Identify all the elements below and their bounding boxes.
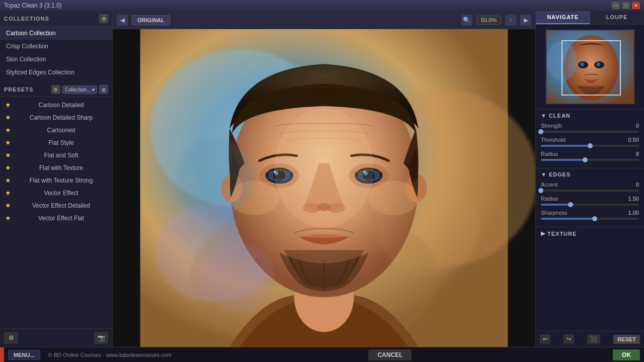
settings-button[interactable]: ⚙: [4, 332, 18, 344]
original-badge: ORIGINAL: [132, 15, 170, 25]
preset-star-vector-effect-detailed[interactable]: ★: [5, 202, 11, 209]
svg-point-36: [580, 62, 584, 66]
preset-item-vector-effect[interactable]: ★Vector Effect: [0, 187, 112, 199]
edges-section-title[interactable]: ▼ EDGES: [541, 171, 639, 177]
preset-item-flat-and-soft[interactable]: ★Flat and Soft: [0, 149, 112, 161]
accent-slider-row: Accent 0: [541, 182, 639, 192]
preset-name-flat-with-texture-strong: Flat with Texture Strong: [15, 177, 107, 184]
maximize-button[interactable]: □: [622, 2, 630, 9]
camera-button[interactable]: 📷: [94, 332, 108, 344]
redo-button[interactable]: ↪: [564, 334, 574, 344]
sharpness-slider[interactable]: [541, 218, 639, 220]
preset-item-cartoon-detailed-sharp[interactable]: ★Cartoon Detailed Sharp: [0, 111, 112, 124]
svg-point-37: [596, 62, 600, 66]
texture-section-title[interactable]: ▶ TEXTURE: [541, 230, 639, 237]
preset-item-flat-style[interactable]: ★Flat Style: [0, 136, 112, 149]
strength-slider-row: Strength 0: [541, 123, 639, 133]
strength-slider[interactable]: [541, 131, 639, 133]
prev-arrow[interactable]: ◀: [117, 15, 128, 26]
section-edges: ▼ EDGES Accent 0 Radius 1.50: [536, 168, 644, 227]
minimize-button[interactable]: —: [612, 2, 620, 9]
preset-item-cartooned[interactable]: ★Cartooned: [0, 124, 112, 136]
grid-view-button[interactable]: ⊞: [99, 85, 108, 94]
preview-button[interactable]: ⬛: [587, 334, 600, 344]
bottom-bar: MENU... © BD Online Courses - www.bdonli…: [0, 347, 644, 362]
preset-star-cartoon-detailed[interactable]: ★: [5, 101, 11, 109]
preset-item-vector-effect-flat[interactable]: ★Vector Effect Flat: [0, 212, 112, 224]
preset-name-flat-and-soft: Flat and Soft: [15, 152, 107, 159]
preset-star-flat-style[interactable]: ★: [5, 139, 11, 146]
close-button[interactable]: ✕: [632, 2, 640, 9]
collection-item-skin[interactable]: Skin Collection: [0, 53, 112, 66]
left-panel: COLLECTIONS ⚙ Cartoon CollectionCrisp Co…: [0, 11, 113, 347]
svg-point-29: [175, 138, 255, 218]
right-footer: ↩ ↪ ⬛ RESET: [536, 331, 644, 347]
preset-item-flat-with-texture[interactable]: ★Flat with Texture: [0, 161, 112, 174]
threshold-value: 0.50: [628, 137, 639, 143]
next-arrow[interactable]: ▶: [520, 15, 531, 26]
preset-name-cartoon-detailed-sharp: Cartoon Detailed Sharp: [15, 114, 107, 121]
preset-star-flat-and-soft[interactable]: ★: [5, 151, 11, 159]
clean-section-title[interactable]: ▼ CLEAN: [541, 113, 639, 119]
clean-radius-value: 8: [636, 151, 639, 157]
cancel-button[interactable]: CANCEL: [368, 349, 412, 360]
presets-header: PRESETS ⚙ Collection... ▾ ⊞: [0, 83, 112, 97]
collection-item-crisp[interactable]: Crisp Collection: [0, 40, 112, 53]
preset-name-cartoon-detailed: Cartoon Detailed: [15, 102, 107, 109]
preset-item-flat-with-texture-strong[interactable]: ★Flat with Texture Strong: [0, 174, 112, 187]
strength-label: Strength: [541, 123, 562, 129]
strength-value: 0: [636, 123, 639, 129]
edges-radius-slider-row: Radius 1.50: [541, 196, 639, 206]
menu-button[interactable]: MENU...: [8, 350, 40, 360]
sharpness-label: Sharpness: [541, 210, 568, 216]
threshold-slider[interactable]: [541, 145, 639, 147]
dropdown-arrow-icon: ▾: [92, 87, 95, 93]
svg-point-30: [379, 178, 478, 278]
collection-item-stylized[interactable]: Stylized Edges Collection: [0, 66, 112, 79]
preset-star-cartooned[interactable]: ★: [5, 126, 11, 134]
ok-button[interactable]: OK: [613, 349, 640, 360]
preset-name-flat-style: Flat Style: [15, 139, 107, 146]
zoom-fit-button[interactable]: 🔍: [461, 15, 472, 26]
red-tag: [0, 347, 4, 363]
preset-star-vector-effect-flat[interactable]: ★: [5, 214, 11, 222]
svg-point-31: [205, 243, 274, 312]
zoom-pointer-button[interactable]: ↕: [505, 15, 516, 26]
clean-radius-label: Radius: [541, 151, 558, 157]
collections-settings-button[interactable]: ⚙: [99, 14, 108, 23]
navigate-tab[interactable]: NAVIGATE: [536, 11, 590, 24]
presets-list: ★Cartoon Detailed★Cartoon Detailed Sharp…: [0, 97, 112, 328]
preset-item-cartoon-detailed[interactable]: ★Cartoon Detailed: [0, 99, 112, 111]
left-footer: ⚙ 📷: [0, 328, 112, 347]
edges-label: EDGES: [549, 171, 571, 177]
collection-item-cartoon[interactable]: Cartoon Collection: [0, 27, 112, 40]
loupe-tab[interactable]: LOUPE: [590, 11, 645, 24]
toolbar: ◀ ORIGINAL 🔍 50.0% ↕ ▶: [113, 11, 535, 29]
preset-name-vector-effect: Vector Effect: [15, 190, 107, 197]
preset-star-flat-with-texture-strong[interactable]: ★: [5, 176, 11, 184]
threshold-slider-row: Threshold 0.50: [541, 137, 639, 147]
undo-button[interactable]: ↩: [540, 334, 550, 344]
accent-slider[interactable]: [541, 190, 639, 192]
preset-star-cartoon-detailed-sharp[interactable]: ★: [5, 114, 11, 121]
texture-label: TEXTURE: [547, 231, 577, 237]
bottom-credit: © BD Online Courses - www.bdonlinecourse…: [48, 352, 172, 358]
preset-star-flat-with-texture[interactable]: ★: [5, 164, 11, 171]
reset-button[interactable]: RESET: [613, 335, 640, 344]
titlebar: Topaz Clean 3 (3.1.0) — □ ✕: [0, 0, 644, 11]
app-title: Topaz Clean 3 (3.1.0): [4, 2, 62, 9]
preset-star-vector-effect[interactable]: ★: [5, 189, 11, 197]
preset-name-vector-effect-detailed: Vector Effect Detailed: [15, 202, 107, 209]
presets-settings-button[interactable]: ⚙: [51, 85, 60, 94]
edges-radius-label: Radius: [541, 196, 558, 202]
clean-radius-slider[interactable]: [541, 159, 639, 161]
dropdown-label: Collection...: [65, 87, 91, 93]
svg-point-28: [274, 109, 374, 228]
center-panel: ◀ ORIGINAL 🔍 50.0% ↕ ▶: [113, 11, 535, 347]
main-area: COLLECTIONS ⚙ Cartoon CollectionCrisp Co…: [0, 11, 644, 347]
window-controls: — □ ✕: [612, 2, 640, 9]
preset-item-vector-effect-detailed[interactable]: ★Vector Effect Detailed: [0, 199, 112, 212]
collection-dropdown[interactable]: Collection... ▾: [62, 85, 97, 94]
edges-radius-slider[interactable]: [541, 204, 639, 206]
collections-list: Cartoon CollectionCrisp CollectionSkin C…: [0, 27, 112, 79]
